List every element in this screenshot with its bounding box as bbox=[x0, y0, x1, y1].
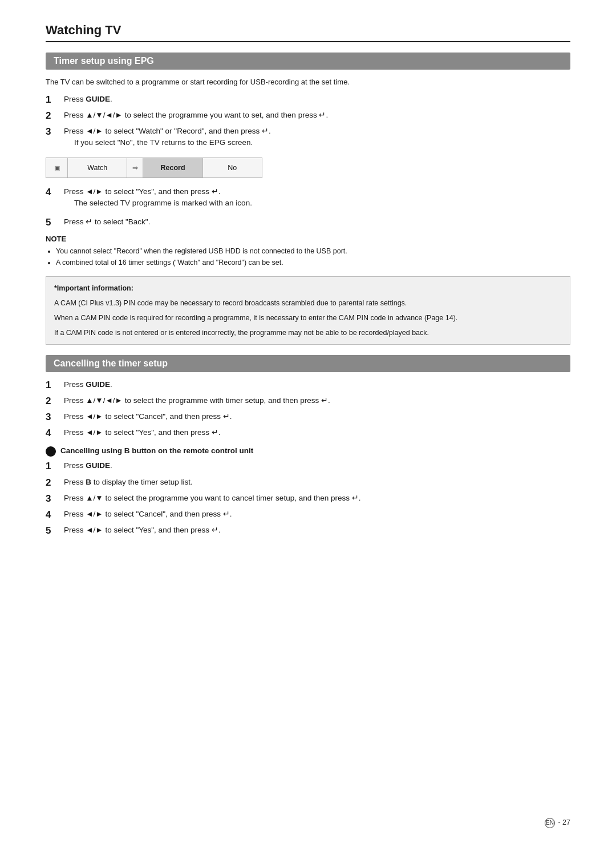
step-2-content: Press ▲/▼/◄/► to select the programme yo… bbox=[64, 110, 570, 121]
step-4-bullets: The selected TV programme is marked with… bbox=[74, 197, 570, 209]
important-title: *Important information: bbox=[54, 283, 562, 294]
b-step-5: 5 Press ◄/► to select "Yes", and then pr… bbox=[46, 525, 570, 537]
note-bullet-2: A combined total of 16 timer settings ("… bbox=[56, 257, 570, 268]
b-step-4-content: Press ◄/► to select "Cancel", and then p… bbox=[64, 509, 570, 520]
page-title: Watching TV bbox=[46, 23, 570, 42]
footer-circle: EN bbox=[545, 818, 555, 828]
diagram-record: Record bbox=[143, 158, 202, 178]
cancel-step-1: 1 Press GUIDE. bbox=[46, 379, 570, 392]
important-box: *Important information: A CAM (CI Plus v… bbox=[46, 276, 570, 345]
cancel-step-4: 4 Press ◄/► to select "Yes", and then pr… bbox=[46, 427, 570, 439]
b-button-item: Cancelling using B button on the remote … bbox=[46, 445, 570, 457]
step-2-num: 2 bbox=[46, 110, 62, 122]
important-para-2: When a CAM PIN code is required for reco… bbox=[54, 312, 562, 324]
step-1-guide: GUIDE bbox=[86, 95, 110, 103]
b-step-4: 4 Press ◄/► to select "Cancel", and then… bbox=[46, 509, 570, 521]
b-step-1-guide: GUIDE bbox=[86, 461, 110, 470]
timer-steps-4-5: 4 Press ◄/► to select "Yes", and then pr… bbox=[46, 186, 570, 229]
step-3-bullets: If you select "No", the TV returns to th… bbox=[74, 137, 570, 148]
cancel-step-2: 2 Press ▲/▼/◄/► to select the programme … bbox=[46, 395, 570, 408]
b-step-5-content: Press ◄/► to select "Yes", and then pres… bbox=[64, 525, 570, 536]
diagram-watch: Watch bbox=[68, 158, 127, 178]
note-bullet-1: You cannot select "Record" when the regi… bbox=[56, 245, 570, 257]
cancel-step-3-num: 3 bbox=[46, 411, 62, 424]
step-4-bullet-1: The selected TV programme is marked with… bbox=[74, 197, 570, 209]
diagram-no: No bbox=[203, 158, 262, 178]
b-step-3: 3 Press ▲/▼ to select the programme you … bbox=[46, 493, 570, 505]
step-3-bullet-1: If you select "No", the TV returns to th… bbox=[74, 137, 570, 148]
b-step-2-content: Press B to display the timer setup list. bbox=[64, 477, 570, 488]
cancel-step-3-content: Press ◄/► to select "Cancel", and then p… bbox=[64, 411, 570, 422]
b-step-5-num: 5 bbox=[46, 525, 62, 537]
circle-bullet-icon bbox=[46, 446, 56, 457]
cancel-step-4-content: Press ◄/► to select "Yes", and then pres… bbox=[64, 427, 570, 438]
cancel-step-3: 3 Press ◄/► to select "Cancel", and then… bbox=[46, 411, 570, 424]
important-para-1: A CAM (CI Plus v1.3) PIN code may be nec… bbox=[54, 297, 562, 309]
b-steps: 1 Press GUIDE. 2 Press B to display the … bbox=[46, 460, 570, 537]
cancel-steps-1-4: 1 Press GUIDE. 2 Press ▲/▼/◄/► to select… bbox=[46, 379, 570, 439]
page-footer: EN - 27 bbox=[545, 818, 570, 828]
important-para-3: If a CAM PIN code is not entered or is e… bbox=[54, 327, 562, 338]
note-title: NOTE bbox=[46, 235, 570, 243]
step-3-num: 3 bbox=[46, 126, 62, 138]
step-5-content: Press ↵ to select "Back". bbox=[64, 216, 570, 228]
b-step-1: 1 Press GUIDE. bbox=[46, 460, 570, 473]
b-step-1-content: Press GUIDE. bbox=[64, 460, 570, 471]
step-5: 5 Press ↵ to select "Back". bbox=[46, 216, 570, 229]
cancel-step-2-content: Press ▲/▼/◄/► to select the programme wi… bbox=[64, 395, 570, 406]
timer-setup-section: Timer setup using EPG The TV can be swit… bbox=[46, 53, 570, 345]
note-section: NOTE You cannot select "Record" when the… bbox=[46, 235, 570, 268]
cancel-step-1-content: Press GUIDE. bbox=[64, 379, 570, 390]
intro-text: The TV can be switched to a programme or… bbox=[46, 76, 570, 88]
step-2: 2 Press ▲/▼/◄/► to select the programme … bbox=[46, 110, 570, 122]
diagram-icon: ▣ bbox=[46, 158, 68, 178]
step-1: 1 Press GUIDE. bbox=[46, 94, 570, 106]
cancel-step-1-num: 1 bbox=[46, 379, 62, 392]
cancel-setup-section: Cancelling the timer setup 1 Press GUIDE… bbox=[46, 355, 570, 537]
b-step-4-num: 4 bbox=[46, 509, 62, 521]
cancel-step-2-num: 2 bbox=[46, 395, 62, 408]
b-step-2-b: B bbox=[86, 478, 91, 486]
b-step-3-num: 3 bbox=[46, 493, 62, 505]
step-3: 3 Press ◄/► to select "Watch" or "Record… bbox=[46, 126, 570, 152]
note-bullets: You cannot select "Record" when the regi… bbox=[56, 245, 570, 268]
footer-page-num: - 27 bbox=[558, 818, 570, 826]
step-1-num: 1 bbox=[46, 94, 62, 106]
cancel-step-4-num: 4 bbox=[46, 427, 62, 439]
cancel-step-1-guide: GUIDE bbox=[86, 380, 110, 389]
step-5-num: 5 bbox=[46, 216, 62, 229]
cancel-setup-header: Cancelling the timer setup bbox=[46, 355, 570, 372]
step-1-content: Press GUIDE. bbox=[64, 94, 570, 105]
b-step-2-num: 2 bbox=[46, 477, 62, 489]
b-step-2: 2 Press B to display the timer setup lis… bbox=[46, 477, 570, 489]
step-4: 4 Press ◄/► to select "Yes", and then pr… bbox=[46, 186, 570, 213]
diagram-arrow: ⇒ bbox=[127, 158, 143, 178]
b-step-1-num: 1 bbox=[46, 460, 62, 473]
timer-setup-header: Timer setup using EPG bbox=[46, 53, 570, 70]
diagram-bar: ▣ Watch ⇒ Record No bbox=[46, 158, 262, 178]
timer-steps-1-3: 1 Press GUIDE. 2 Press ▲/▼/◄/► to select… bbox=[46, 94, 570, 152]
b-button-title: Cancelling using B button on the remote … bbox=[60, 445, 253, 457]
step-4-content: Press ◄/► to select "Yes", and then pres… bbox=[64, 186, 570, 213]
b-step-3-content: Press ▲/▼ to select the programme you wa… bbox=[64, 493, 570, 504]
step-3-content: Press ◄/► to select "Watch" or "Record",… bbox=[64, 126, 570, 152]
step-4-num: 4 bbox=[46, 186, 62, 199]
